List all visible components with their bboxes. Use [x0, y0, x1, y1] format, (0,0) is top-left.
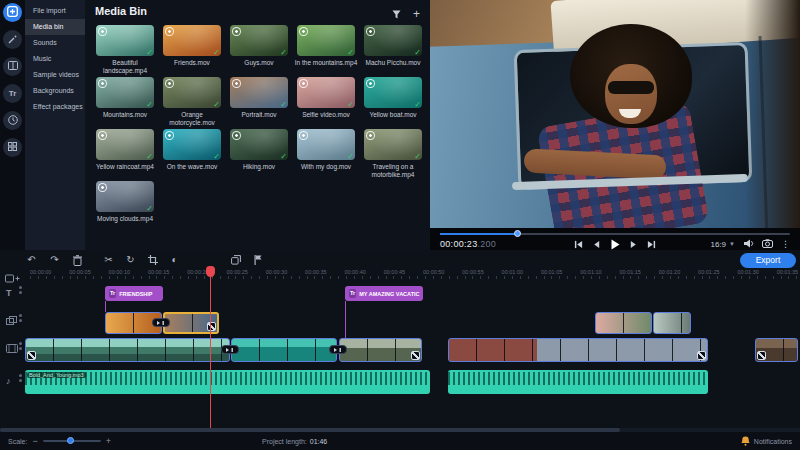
- category-item-effect-packages[interactable]: Effect packages: [25, 99, 85, 115]
- filter-icon[interactable]: [392, 5, 401, 23]
- media-thumbnail[interactable]: ✓: [230, 129, 288, 160]
- media-item[interactable]: ✓Yellow raincoat.mp4: [93, 129, 157, 181]
- skip-start-button[interactable]: [574, 240, 583, 249]
- scale-slider-knob[interactable]: [67, 437, 74, 444]
- color-adjustments-button[interactable]: ◐: [167, 253, 182, 267]
- rotate-button[interactable]: ↻: [123, 253, 138, 267]
- media-thumbnail[interactable]: ✓: [96, 77, 154, 108]
- play-button[interactable]: [610, 239, 620, 250]
- transition-icon[interactable]: [329, 345, 347, 354]
- no-transition-icon[interactable]: [207, 322, 216, 331]
- audio-clip[interactable]: Bold_And_Young.mp3: [25, 370, 430, 394]
- transitions-button[interactable]: [3, 57, 22, 76]
- media-thumbnail[interactable]: ✓: [230, 77, 288, 108]
- titles-track-toggles[interactable]: [19, 286, 22, 294]
- media-thumbnail[interactable]: ✓: [96, 181, 154, 212]
- media-item[interactable]: ✓Orange motorcycle.mov: [160, 77, 224, 129]
- media-thumbnail[interactable]: ✓: [163, 77, 221, 108]
- playhead-line[interactable]: [210, 268, 211, 428]
- import-button[interactable]: [3, 3, 22, 22]
- media-thumbnail[interactable]: ✓: [163, 25, 221, 56]
- category-item-sounds[interactable]: Sounds: [25, 35, 85, 51]
- volume-button[interactable]: [743, 239, 754, 250]
- aspect-ratio-select[interactable]: 16:9: [710, 240, 726, 249]
- zoom-out-button[interactable]: −: [32, 436, 37, 446]
- media-thumbnail[interactable]: ✓: [364, 25, 422, 56]
- clock-tool-button[interactable]: [3, 111, 22, 130]
- skip-end-button[interactable]: [647, 240, 656, 249]
- video-clip[interactable]: [25, 338, 230, 362]
- seek-bar[interactable]: [440, 231, 790, 238]
- overlay-clip[interactable]: [595, 312, 652, 334]
- category-item-backgrounds[interactable]: Backgrounds: [25, 83, 85, 99]
- cut-button[interactable]: ✂: [101, 253, 116, 267]
- frame-forward-button[interactable]: [629, 240, 638, 249]
- media-thumbnail[interactable]: ✓: [163, 129, 221, 160]
- media-thumbnail[interactable]: ✓: [96, 129, 154, 160]
- media-item[interactable]: ✓Moving clouds.mp4: [93, 181, 157, 233]
- media-item[interactable]: ✓Selfie video.mov: [294, 77, 358, 129]
- media-item[interactable]: ✓In the mountains.mp4: [294, 25, 358, 77]
- overlay-track-toggles[interactable]: [19, 314, 22, 322]
- undo-button[interactable]: ↶: [24, 253, 39, 267]
- transition-icon[interactable]: [221, 345, 239, 354]
- media-thumbnail[interactable]: ✓: [297, 129, 355, 160]
- no-transition-icon[interactable]: [697, 351, 706, 360]
- playhead-handle[interactable]: [206, 266, 215, 277]
- title-clip[interactable]: Tr MY AMAZING VACATIC: [345, 286, 423, 301]
- media-item[interactable]: ✓Traveling on a motorbike.mp4: [361, 129, 425, 181]
- media-item[interactable]: ✓Yellow boat.mov: [361, 77, 425, 129]
- media-item[interactable]: ✓Mountains.mov: [93, 77, 157, 129]
- export-button[interactable]: Export: [740, 253, 796, 268]
- overlay-clip[interactable]: [653, 312, 691, 334]
- delete-button[interactable]: [70, 253, 85, 267]
- zoom-in-button[interactable]: +: [106, 436, 111, 446]
- title-clip[interactable]: Tr FRIENDSHIP: [105, 286, 163, 301]
- media-thumbnail[interactable]: ✓: [297, 25, 355, 56]
- no-transition-icon[interactable]: [757, 351, 766, 360]
- notifications-button[interactable]: Notifications: [741, 436, 792, 447]
- media-item[interactable]: ✓Machu Picchu.mov: [361, 25, 425, 77]
- media-item[interactable]: ✓Guys.mov: [227, 25, 291, 77]
- category-item-media-bin[interactable]: Media bin: [25, 19, 85, 35]
- audio-clip[interactable]: [448, 370, 708, 394]
- timeline-ruler[interactable]: 00:00:0000:00:0500:00:1000:00:1500:00:20…: [0, 268, 800, 280]
- no-transition-icon[interactable]: [27, 351, 36, 360]
- clip-properties-button[interactable]: [189, 253, 204, 267]
- copy-button[interactable]: [228, 253, 243, 267]
- media-thumbnail[interactable]: ✓: [297, 77, 355, 108]
- more-tools-button[interactable]: [3, 138, 22, 157]
- media-item[interactable]: ✓Friends.mov: [160, 25, 224, 77]
- media-item[interactable]: ✓On the wave.mov: [160, 129, 224, 181]
- add-media-button[interactable]: +: [413, 8, 420, 20]
- frame-back-button[interactable]: [592, 240, 601, 249]
- more-options-icon[interactable]: ⋮: [781, 239, 790, 249]
- crop-button[interactable]: [145, 253, 160, 267]
- video-clip[interactable]: [231, 338, 337, 362]
- snapshot-button[interactable]: [762, 239, 773, 250]
- seek-knob[interactable]: [514, 230, 521, 237]
- media-item[interactable]: ✓With my dog.mov: [294, 129, 358, 181]
- filters-button[interactable]: [3, 30, 22, 49]
- media-item[interactable]: ✓Hiking.mov: [227, 129, 291, 181]
- media-thumbnail[interactable]: ✓: [364, 77, 422, 108]
- category-item-sample-videos[interactable]: Sample videos: [25, 67, 85, 83]
- category-item-file-import[interactable]: File import: [25, 3, 85, 19]
- media-thumbnail[interactable]: ✓: [96, 25, 154, 56]
- transition-icon[interactable]: [152, 318, 170, 327]
- scale-slider[interactable]: [43, 440, 101, 442]
- media-item[interactable]: ✓Portrait.mov: [227, 77, 291, 129]
- media-item[interactable]: ✓Beautiful landscape.mp4: [93, 25, 157, 77]
- media-thumbnail[interactable]: ✓: [230, 25, 288, 56]
- video-track-toggles[interactable]: [19, 342, 22, 350]
- preview-video[interactable]: [430, 0, 800, 228]
- video-clip[interactable]: [339, 338, 422, 362]
- video-clip[interactable]: [448, 338, 708, 362]
- media-thumbnail[interactable]: ✓: [364, 129, 422, 160]
- no-transition-icon[interactable]: [411, 351, 420, 360]
- category-item-music[interactable]: Music: [25, 51, 85, 67]
- marker-button[interactable]: [250, 253, 265, 267]
- titles-button[interactable]: Tr: [3, 84, 22, 103]
- redo-button[interactable]: ↷: [47, 253, 62, 267]
- video-clip[interactable]: [755, 338, 798, 362]
